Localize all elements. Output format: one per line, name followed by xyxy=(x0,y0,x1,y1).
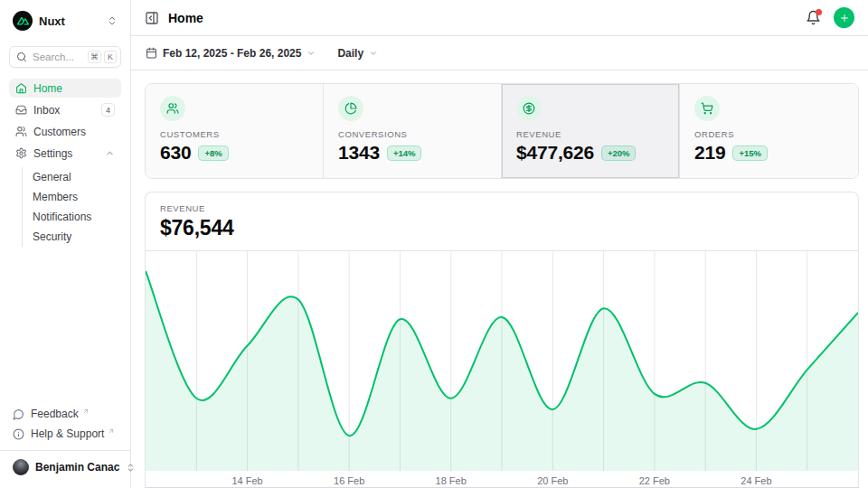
chart-plot-area[interactable]: 14 Feb16 Feb18 Feb20 Feb22 Feb24 Feb xyxy=(146,251,858,488)
sidebar-item-general[interactable]: General xyxy=(33,167,121,187)
nuxt-logo-glyph xyxy=(17,15,29,27)
filters-toolbar: Feb 12, 2025 - Feb 26, 2025 Daily xyxy=(131,36,868,70)
stat-value: 1343 xyxy=(338,142,380,164)
stat-value: 630 xyxy=(160,142,191,164)
stat-value: $477,626 xyxy=(516,142,594,164)
sidebar-item-home[interactable]: Home xyxy=(9,79,121,98)
svg-text:16 Feb: 16 Feb xyxy=(334,475,364,486)
home-icon xyxy=(15,82,27,94)
users-icon xyxy=(160,96,185,121)
sidebar-item-inbox[interactable]: Inbox 4 xyxy=(9,100,121,119)
search-icon xyxy=(16,52,27,62)
stat-conversions[interactable]: CONVERSIONS 1343 +14% xyxy=(324,84,502,178)
add-button[interactable] xyxy=(834,7,854,28)
period-value: Daily xyxy=(337,47,363,60)
date-range-picker[interactable]: Feb 12, 2025 - Feb 26, 2025 xyxy=(146,47,316,60)
stat-delta-badge: +8% xyxy=(198,145,228,161)
stat-customers[interactable]: CUSTOMERS 630 +8% xyxy=(146,84,324,178)
stat-label: REVENUE xyxy=(516,129,665,139)
main-area: Home Feb 12, 2025 - Feb 26, 2025 xyxy=(131,0,868,488)
sidebar-item-members[interactable]: Members xyxy=(33,187,121,207)
stat-revenue[interactable]: REVENUE $477,626 +20% xyxy=(502,84,680,178)
header-actions xyxy=(806,7,854,28)
svg-text:20 Feb: 20 Feb xyxy=(537,475,568,486)
chevron-up-icon xyxy=(105,148,115,158)
revenue-chart: 14 Feb16 Feb18 Feb20 Feb22 Feb24 Feb xyxy=(146,251,858,488)
date-range-value: Feb 12, 2025 - Feb 26, 2025 xyxy=(163,47,301,60)
period-select[interactable]: Daily xyxy=(337,47,378,60)
app-window: Nuxt Search... ⌘ K Home xyxy=(0,0,868,488)
notification-dot xyxy=(816,9,822,15)
sidebar-item-settings[interactable]: Settings xyxy=(9,144,121,163)
info-icon xyxy=(13,428,24,440)
chart-metric-label: REVENUE xyxy=(160,203,844,213)
sidebar-item-label: Home xyxy=(33,82,115,95)
calendar-icon xyxy=(146,47,157,59)
pie-chart-icon xyxy=(338,96,363,121)
inbox-icon xyxy=(15,104,27,116)
chevron-down-icon xyxy=(369,49,378,58)
feedback-link[interactable]: Feedback xyxy=(9,405,121,423)
sidebar-footer-links: Feedback Help & Support xyxy=(9,405,121,450)
dollar-circle-icon xyxy=(516,96,542,121)
sidebar-item-label: Customers xyxy=(33,126,115,138)
page-content: CUSTOMERS 630 +8% CONVERSIONS 1343 +14% xyxy=(131,70,868,488)
svg-text:24 Feb: 24 Feb xyxy=(741,475,771,486)
help-support-link[interactable]: Help & Support xyxy=(9,425,121,443)
plus-icon xyxy=(839,13,850,23)
kbd-k: K xyxy=(104,51,117,63)
user-name: Benjamin Canac xyxy=(35,461,119,474)
stat-label: ORDERS xyxy=(694,129,844,139)
stat-delta-badge: +15% xyxy=(732,145,768,161)
search-shortcut: ⌘ K xyxy=(88,51,117,63)
help-support-label: Help & Support xyxy=(31,427,104,440)
gear-icon xyxy=(15,147,27,159)
external-link-icon xyxy=(82,408,90,415)
stat-label: CONVERSIONS xyxy=(338,129,486,139)
panel-collapse-icon xyxy=(145,11,159,25)
chevron-down-icon xyxy=(307,49,316,58)
workspace-name: Nuxt xyxy=(39,14,100,28)
page-header: Home xyxy=(131,0,868,36)
sidebar-item-security[interactable]: Security xyxy=(33,227,121,247)
avatar xyxy=(13,459,29,475)
chart-header: REVENUE $76,544 xyxy=(146,192,858,251)
page-title: Home xyxy=(168,11,203,25)
workspace-switcher[interactable]: Nuxt xyxy=(9,9,121,33)
shopping-cart-icon xyxy=(694,96,720,121)
sidebar-item-customers[interactable]: Customers xyxy=(9,122,121,141)
sidebar-item-label: Inbox xyxy=(33,104,95,117)
kbd-cmd: ⌘ xyxy=(88,51,101,63)
sidebar-item-notifications[interactable]: Notifications xyxy=(33,207,121,227)
chart-metric-value: $76,544 xyxy=(160,216,844,240)
chevrons-up-down-icon xyxy=(107,15,118,26)
stat-label: CUSTOMERS xyxy=(160,129,308,139)
sidebar-spacer xyxy=(9,247,121,405)
users-icon xyxy=(15,126,27,137)
user-menu[interactable]: Benjamin Canac xyxy=(0,450,130,481)
message-bubble-icon xyxy=(13,408,24,420)
stats-row: CUSTOMERS 630 +8% CONVERSIONS 1343 +14% xyxy=(145,83,859,179)
settings-submenu: General Members Notifications Security xyxy=(22,167,121,247)
svg-text:22 Feb: 22 Feb xyxy=(639,475,670,486)
feedback-label: Feedback xyxy=(31,408,79,420)
external-link-icon xyxy=(108,427,115,435)
stat-orders[interactable]: ORDERS 219 +15% xyxy=(680,84,858,178)
search-input[interactable]: Search... ⌘ K xyxy=(9,46,121,68)
revenue-chart-card: REVENUE $76,544 14 Feb16 Feb18 Feb20 Feb… xyxy=(145,192,859,488)
inbox-count-badge: 4 xyxy=(101,103,115,117)
sidebar-item-label: Settings xyxy=(33,147,99,160)
sidebar: Nuxt Search... ⌘ K Home xyxy=(0,0,131,488)
nuxt-logo-icon xyxy=(13,11,33,31)
stat-delta-badge: +20% xyxy=(601,145,637,161)
svg-text:18 Feb: 18 Feb xyxy=(436,475,467,486)
svg-text:14 Feb: 14 Feb xyxy=(231,475,262,486)
sidebar-collapse-button[interactable] xyxy=(145,11,159,25)
notifications-button[interactable] xyxy=(806,10,821,25)
search-placeholder: Search... xyxy=(33,52,82,62)
stat-delta-badge: +14% xyxy=(387,145,422,161)
stat-value: 219 xyxy=(694,142,725,164)
sidebar-nav: Home Inbox 4 Customers Settings xyxy=(9,79,121,247)
